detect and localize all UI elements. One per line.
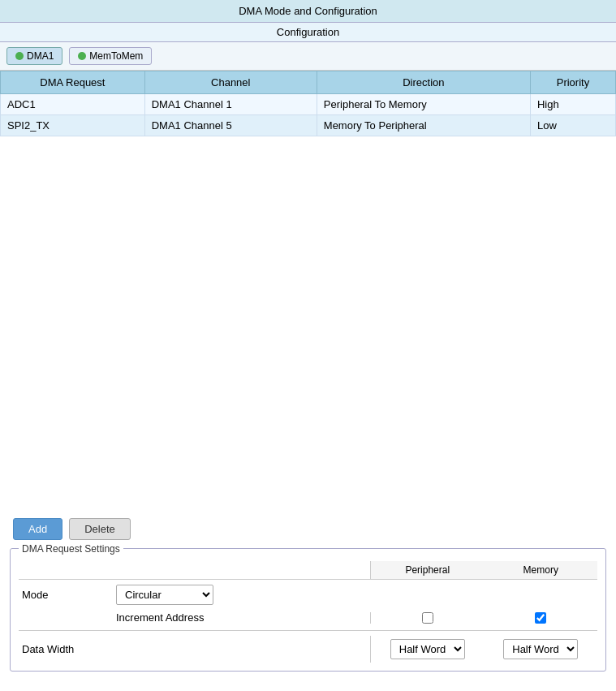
memory-data-width-select[interactable]: Byte Half Word Word	[503, 639, 578, 659]
tab-memtomem-dot	[78, 52, 86, 60]
button-row: Add Delete	[0, 510, 616, 548]
tabs-row: DMA1 MemToMem	[0, 42, 616, 71]
data-width-row: Data Width Byte Half Word Word Byte Half…	[19, 630, 597, 663]
memory-data-width-cell: Byte Half Word Word	[485, 636, 598, 663]
page-wrapper: DMA Mode and Configuration Configuration…	[0, 0, 616, 691]
tab-dma1[interactable]: DMA1	[6, 47, 62, 65]
cell-request: ADC1	[1, 94, 145, 115]
cell-direction: Memory To Peripheral	[317, 115, 530, 136]
delete-button[interactable]: Delete	[69, 518, 131, 540]
dma-table-container: DMA Request Channel Direction Priority A…	[0, 71, 616, 136]
table-row: ADC1DMA1 Channel 1Peripheral To MemoryHi…	[1, 94, 616, 115]
title-bar: DMA Mode and Configuration	[0, 0, 616, 23]
add-button[interactable]: Add	[13, 518, 62, 540]
col-header-channel: Channel	[144, 71, 317, 94]
mode-row: Mode Normal Circular	[19, 585, 597, 605]
cell-priority: High	[530, 94, 615, 115]
mode-control: Normal Circular	[116, 585, 370, 605]
increment-row-right	[370, 612, 597, 624]
dma-table: DMA Request Channel Direction Priority A…	[0, 71, 616, 136]
mode-label: Mode	[19, 589, 116, 601]
cell-direction: Peripheral To Memory	[317, 94, 530, 115]
data-width-selects: Byte Half Word Word Byte Half Word Word	[370, 636, 597, 663]
peripheral-data-width-cell: Byte Half Word Word	[371, 636, 485, 663]
increment-memory-checkbox[interactable]	[535, 612, 546, 624]
col-header-direction: Direction	[317, 71, 530, 94]
settings-header-row: Peripheral Memory	[19, 561, 597, 580]
tab-dma1-dot	[15, 52, 24, 60]
memory-header: Memory	[485, 561, 598, 579]
increment-control-label: Increment Address	[116, 611, 370, 624]
table-row: SPI2_TXDMA1 Channel 5Memory To Periphera…	[1, 115, 616, 136]
tab-dma1-label: DMA1	[27, 50, 54, 62]
cell-channel: DMA1 Channel 5	[144, 115, 317, 136]
mode-select[interactable]: Normal Circular	[116, 585, 213, 605]
peripheral-data-width-select[interactable]: Byte Half Word Word	[390, 639, 465, 659]
config-bar: Configuration	[0, 23, 616, 42]
config-label: Configuration	[277, 26, 339, 38]
col-header-priority: Priority	[530, 71, 615, 94]
tab-memtomem[interactable]: MemToMem	[69, 47, 152, 65]
cell-priority: Low	[530, 115, 615, 136]
settings-header-left	[19, 561, 370, 579]
increment-address-label: Increment Address	[116, 611, 204, 624]
data-width-label: Data Width	[19, 643, 116, 655]
cell-channel: DMA1 Channel 1	[144, 94, 317, 115]
increment-memory-cell	[485, 612, 598, 624]
empty-space	[0, 136, 616, 510]
tab-memtomem-label: MemToMem	[89, 50, 143, 62]
settings-group: DMA Request Settings Peripheral Memory M…	[10, 548, 606, 672]
cell-request: SPI2_TX	[1, 115, 145, 136]
col-header-request: DMA Request	[1, 71, 145, 94]
settings-inner: Peripheral Memory Mode Normal Circular	[11, 561, 605, 663]
settings-legend-wrapper: DMA Request Settings	[11, 549, 605, 561]
table-header-row: DMA Request Channel Direction Priority	[1, 71, 616, 94]
increment-peripheral-cell	[371, 612, 485, 624]
settings-header-right: Peripheral Memory	[370, 561, 597, 579]
increment-row: Increment Address	[19, 611, 597, 624]
peripheral-header: Peripheral	[371, 561, 485, 579]
settings-legend: DMA Request Settings	[19, 543, 123, 555]
increment-peripheral-checkbox[interactable]	[422, 612, 433, 624]
page-title: DMA Mode and Configuration	[239, 5, 377, 17]
